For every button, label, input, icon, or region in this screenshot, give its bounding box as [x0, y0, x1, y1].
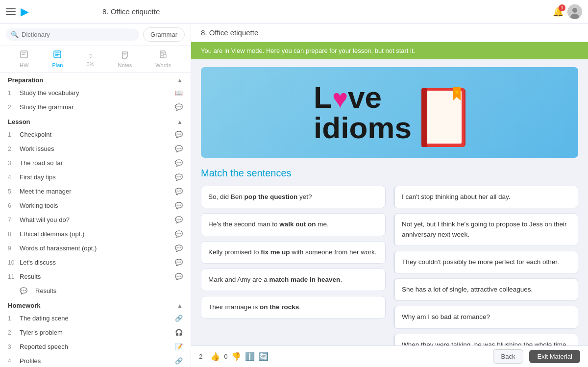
grammar-button[interactable]: Grammar [143, 27, 185, 42]
chat-icon: 💬 [175, 188, 183, 195]
plan-icon [53, 50, 62, 61]
chevron-up-icon: ▲ [177, 77, 183, 84]
section-lesson-label: Lesson [8, 118, 30, 125]
exit-material-button[interactable]: Exit Material [529, 350, 580, 363]
bottom-actions: 👍 0 👎 ℹ️ 🔄 [210, 352, 269, 361]
section-preparation: Preparation ▲ 1 Study the vocabulary 📖 2… [0, 73, 191, 114]
list-item[interactable]: 11Results💬 [0, 269, 191, 284]
list-item[interactable]: 5Meet the manager💬 [0, 184, 191, 198]
svg-rect-6 [163, 54, 166, 58]
topbar-left: ▶ [6, 5, 97, 18]
thumbs-up-button[interactable]: 👍 [210, 352, 220, 361]
list-item[interactable]: 10Let's discuss💬 [0, 255, 191, 269]
tool-plan-label: Plan [52, 62, 63, 68]
match-right-column: I can't stop thinking about her all day.… [393, 186, 578, 345]
tool-words[interactable]: Words [155, 50, 171, 68]
svg-point-1 [572, 8, 577, 13]
chat-icon: 💬 [175, 103, 183, 111]
list-item[interactable]: 💬Results [0, 284, 191, 298]
match-card-right[interactable]: I can't stop thinking about her all day. [393, 186, 578, 208]
sidebar-search[interactable]: 🔍 [6, 28, 139, 41]
list-item[interactable]: 6Working tools💬 [0, 198, 191, 213]
list-item[interactable]: 1 Study the vocabulary 📖 [0, 86, 191, 100]
match-card-left[interactable]: Kelly promised to fix me up with someone… [201, 241, 386, 264]
match-card-left[interactable]: He's the second man to walk out on me. [201, 213, 386, 236]
section-lesson-header[interactable]: Lesson ▲ [0, 114, 191, 127]
refresh-button[interactable]: 🔄 [259, 352, 269, 361]
tool-plan[interactable]: Plan [52, 50, 63, 68]
search-input[interactable] [22, 31, 134, 38]
book-icon: 📖 [175, 89, 183, 97]
content-title: 8. Office etiquette [201, 28, 258, 37]
menu-icon[interactable] [6, 8, 16, 15]
content-area: 8. Office etiquette You are in View mode… [191, 24, 588, 367]
tool-percent[interactable]: ○ 0% [87, 51, 95, 67]
section-lesson-items: 1Checkpoint💬 2Work issues💬 3The road so … [0, 127, 191, 298]
match-card-right[interactable]: She has a lot of single, attractive coll… [393, 278, 578, 301]
hero-image: L♥ve idioms [201, 67, 578, 158]
list-item[interactable]: 2 Study the grammar 💬 [0, 100, 191, 114]
section-homework-header[interactable]: Homework ▲ [0, 298, 191, 311]
view-mode-banner: You are in View mode. Here you can prepa… [191, 42, 588, 59]
hero-text: L♥ve idioms [299, 82, 412, 143]
section-lesson: Lesson ▲ 1Checkpoint💬 2Work issues💬 3The… [0, 114, 191, 298]
notification-count: 1 [559, 4, 565, 11]
section-preparation-header[interactable]: Preparation ▲ [0, 73, 191, 86]
chat-icon: 💬 [175, 230, 183, 238]
list-item[interactable]: 7What will you do?💬 [0, 213, 191, 227]
match-card-right[interactable]: Why am I so bad at romance? [393, 306, 578, 328]
chat-icon: 💬 [175, 202, 183, 209]
chat-icon: 💬 [175, 273, 183, 280]
match-card-right[interactable]: Not yet, but I think he's going to propo… [393, 213, 578, 246]
list-item[interactable]: 3The road so far💬 [0, 156, 191, 170]
thumbs-down-button[interactable]: 👎 [231, 352, 241, 361]
chat-icon: 💬 [175, 159, 183, 167]
back-button[interactable]: Back [493, 349, 524, 364]
chat-icon: 💬 [175, 216, 183, 223]
link-icon: 🔗 [175, 315, 183, 322]
chevron-up-icon: ▲ [177, 119, 183, 125]
match-columns: So, did Ben pop the question yet? He's t… [201, 186, 578, 345]
play-icon[interactable]: ▶ [21, 5, 29, 18]
percent-icon: ○ [88, 51, 93, 60]
topbar-right: 🔔 1 [553, 4, 582, 19]
headphone-icon: 🎧 [175, 329, 183, 336]
list-item[interactable]: 4Profiles🔗 [0, 354, 191, 367]
svg-rect-10 [421, 88, 427, 147]
section-homework-items: 1The dating scene🔗 2Tyler's problem🎧 3Re… [0, 311, 191, 367]
chat-icon: 💬 [20, 287, 27, 294]
match-card-left[interactable]: So, did Ben pop the question yet? [201, 186, 386, 208]
toolbar: HW Plan ○ 0% Notes [0, 46, 191, 73]
notification-button[interactable]: 🔔 1 [553, 6, 564, 17]
avatar[interactable] [567, 4, 582, 19]
topbar: ▶ 8. Office etiquette 🔔 1 [0, 0, 588, 24]
list-item[interactable]: 9Words of harassment (opt.)💬 [0, 241, 191, 255]
match-card-right[interactable]: They couldn't possibly be more perfect f… [393, 251, 578, 273]
tool-hw[interactable]: HW [20, 50, 28, 68]
list-item[interactable]: 8Ethical dilemmas (opt.)💬 [0, 227, 191, 241]
sidebar: 🔍 Grammar HW Plan ○ 0% [0, 24, 191, 367]
tool-notes-label: Notes [118, 62, 132, 68]
tool-hw-label: HW [20, 62, 28, 68]
section-homework: Homework ▲ 1The dating scene🔗 2Tyler's p… [0, 298, 191, 367]
section-preparation-items: 1 Study the vocabulary 📖 2 Study the gra… [0, 86, 191, 114]
list-item[interactable]: 3Reported speech📝 [0, 340, 191, 354]
chat-icon: 💬 [175, 173, 183, 181]
thumbs-up-count: 0 [224, 353, 227, 360]
match-card-left[interactable]: Mark and Amy are a match made in heaven. [201, 269, 386, 291]
match-card-right[interactable]: When they were talking, he was blushing … [393, 334, 578, 346]
content-header: 8. Office etiquette [191, 24, 588, 42]
list-item[interactable]: 2Tyler's problem🎧 [0, 325, 191, 340]
chat-icon: 💬 [175, 259, 183, 266]
match-left-column: So, did Ben pop the question yet? He's t… [201, 186, 386, 345]
tool-percent-label: 0% [87, 61, 95, 67]
match-card-left[interactable]: Their marriage is on the rocks. [201, 296, 386, 318]
list-item[interactable]: 2Work issues💬 [0, 142, 191, 156]
info-button[interactable]: ℹ️ [245, 352, 255, 361]
list-item[interactable]: 4First day tips💬 [0, 170, 191, 184]
list-item[interactable]: 1Checkpoint💬 [0, 127, 191, 142]
content-scroll: L♥ve idioms [191, 59, 588, 345]
list-item[interactable]: 1The dating scene🔗 [0, 311, 191, 325]
notes-icon [121, 50, 129, 61]
tool-notes[interactable]: Notes [118, 50, 132, 68]
